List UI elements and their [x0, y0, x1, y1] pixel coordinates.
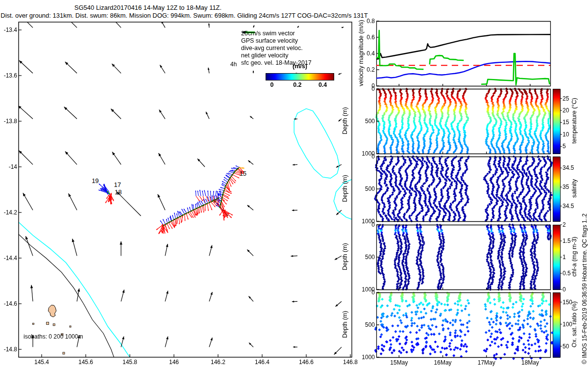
- map-ytick--14: -14: [0, 163, 17, 170]
- temperature-cbar-tick-15: 15: [563, 119, 584, 126]
- time-xtick-18May: 18May: [514, 359, 546, 366]
- legend-item-label: net glider velocity: [241, 52, 289, 59]
- chl-a-cbar-tick-1.5: 1.5: [563, 237, 584, 244]
- velocity-colorbar: [266, 73, 334, 80]
- map-xtick-146.6: 146.6: [292, 359, 321, 366]
- map-xtick-146: 146: [159, 359, 189, 366]
- salinity-depth-ylabel: Depth (m): [342, 161, 348, 215]
- map-xtick-145.8: 145.8: [115, 359, 145, 366]
- oxygen-cbar-tick-150: 150: [563, 299, 584, 306]
- oxygen-depth-tick-0: 0: [354, 289, 375, 296]
- map-ytick--14.4: -14.4: [0, 255, 17, 262]
- temperature-depth-tick-500: 500: [354, 118, 375, 125]
- legend-cbar-tick-0: 0: [265, 81, 279, 88]
- temperature-cbar-tick-25: 25: [563, 95, 584, 102]
- chl-a-depth-tick-500: 500: [354, 254, 375, 261]
- salinity-cbar-tick-34.5: 34.5: [563, 203, 584, 210]
- oxygen-depth-ylabel: Depth (m): [342, 297, 348, 351]
- legend-item-label: dive-avg current veloc.: [241, 45, 303, 52]
- temperature-depth-tick-0: 0: [354, 85, 375, 92]
- velocity-ytick-0.2: 0.2: [354, 66, 375, 73]
- chl-a-depth-tick-0: 0: [354, 221, 375, 228]
- velocity-ytick-0.8: 0.8: [354, 18, 375, 25]
- legend-cbar-tick-0.2: 0.2: [290, 81, 305, 88]
- chl-a-cbar-tick-2: 2: [563, 221, 584, 228]
- glider-mission-dashboard: SG540 Lizard20170416 14-May 12Z to 18-Ma…: [0, 0, 588, 368]
- time-xtick-16May: 16May: [427, 359, 459, 366]
- map-legend: 25cm/s swim vectorGPS surface velocitydi…: [241, 29, 312, 66]
- temperature-cbar-tick-20: 20: [563, 107, 584, 114]
- legend-item-2: dive-avg current veloc.: [241, 44, 312, 52]
- map-ytick--14.2: -14.2: [0, 209, 17, 216]
- oxygen-cbar-tick-100: 100: [563, 321, 584, 328]
- chl-a-cbar-tick-1: 1: [563, 254, 584, 261]
- legend-item-label: sfc geo. vel. 18-May-2017: [241, 59, 312, 66]
- map-xtick-146.2: 146.2: [203, 359, 233, 366]
- legend-item-label: GPS surface velocity: [241, 37, 298, 44]
- legend-item-1: GPS surface velocity: [241, 37, 312, 44]
- legend-cbar-tick-0.4: 0.4: [316, 81, 330, 88]
- salinity-cbar-tick-34.5: 34.5: [563, 164, 584, 171]
- temperature-depth-ylabel: Depth (m): [342, 94, 348, 148]
- temperature-cbar-tick-5: 5: [563, 143, 584, 150]
- map-ytick--13.4: -13.4: [0, 26, 17, 33]
- legend-arrow-icon: [241, 29, 256, 35]
- oxygen-depth-tick-1000: 1000: [354, 354, 375, 361]
- time-xtick-15May: 15May: [383, 359, 415, 366]
- map-xtick-145.4: 145.4: [27, 359, 56, 366]
- legend-item-3: net glider velocity: [241, 52, 312, 59]
- map-ytick--14.6: -14.6: [0, 300, 17, 307]
- chl-a-cbar-tick-0: 0: [563, 286, 584, 293]
- oxygen-cbar-tick-50: 50: [563, 343, 584, 350]
- map-ytick--13.8: -13.8: [0, 118, 17, 125]
- temperature-cbar-tick-10: 10: [563, 131, 584, 138]
- salinity-depth-tick-0: 0: [354, 153, 375, 160]
- map-ytick--13.6: -13.6: [0, 72, 17, 79]
- oxygen-depth-tick-500: 500: [354, 321, 375, 328]
- map-ytick--14.8: -14.8: [0, 346, 17, 353]
- map-xtick-145.6: 145.6: [71, 359, 100, 366]
- legend-item-4: sfc geo. vel. 18-May-2017: [241, 59, 312, 66]
- chl-a-cbar-tick-0.5: 0.5: [563, 270, 584, 277]
- velocity-ytick-0.6: 0.6: [354, 34, 375, 41]
- salinity-depth-tick-500: 500: [354, 185, 375, 192]
- salinity-cbar-tick-35: 35: [563, 184, 584, 190]
- map-xtick-146.4: 146.4: [247, 359, 277, 366]
- chl-depth-ylabel: Depth (m): [342, 230, 348, 284]
- isobaths-label: isobaths: 0 200 1000m: [24, 333, 83, 340]
- time-xtick-17May: 17May: [471, 359, 502, 366]
- legend-duration-label: 4h: [230, 61, 237, 68]
- velocity-ytick-0.4: 0.4: [354, 50, 375, 57]
